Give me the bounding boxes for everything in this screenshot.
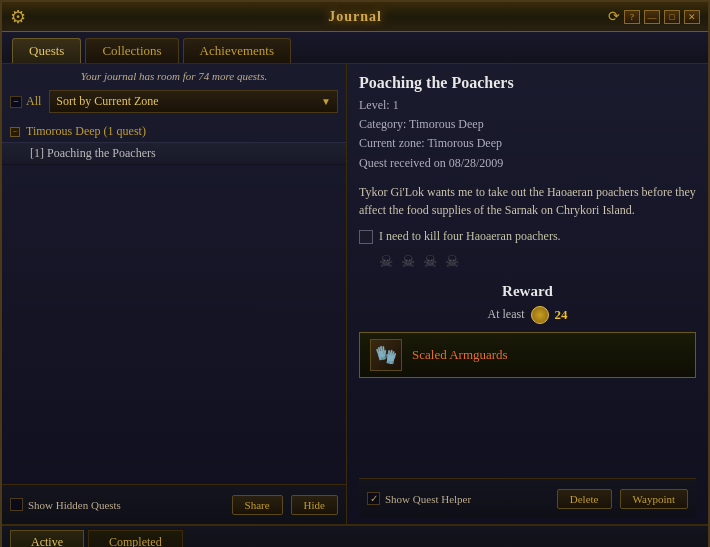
filter-all: − All (10, 94, 41, 109)
quest-received: Quest received on 08/28/2009 (359, 154, 696, 173)
reward-at-least: At least 24 (359, 306, 696, 324)
reward-section: Reward At least 24 🧤 Scaled Armguards (359, 283, 696, 378)
category-toggle-icon[interactable]: − (10, 127, 20, 137)
title-bar: ⚙ Journal ⟳ ? — □ ✕ (2, 2, 708, 32)
quest-title: Poaching the Poachers (359, 74, 696, 92)
skull-icon-4: ☠ (445, 252, 459, 271)
tab-bar: Quests Collections Achievements (2, 32, 708, 64)
dropdown-arrow-icon: ▼ (321, 96, 331, 107)
show-hidden-checkbox[interactable] (10, 498, 23, 511)
show-hidden-label: Show Hidden Quests (10, 498, 121, 511)
coin-amount: 24 (555, 307, 568, 323)
category-label: Timorous Deep (1 quest) (26, 124, 146, 139)
spacer (359, 378, 696, 478)
show-helper-text: Show Quest Helper (385, 493, 471, 505)
all-checkbox[interactable]: − (10, 96, 22, 108)
show-hidden-text: Show Hidden Quests (28, 499, 121, 511)
filter-row: − All Sort by Current Zone ▼ (2, 86, 346, 117)
quest-zone: Current zone: Timorous Deep (359, 134, 696, 153)
sort-dropdown[interactable]: Sort by Current Zone ▼ (49, 90, 338, 113)
bottom-tab-bar: Active Completed (2, 524, 708, 547)
delete-button[interactable]: Delete (557, 489, 612, 509)
skull-icon-2: ☠ (401, 252, 415, 271)
left-ornament: ⚙ (10, 6, 26, 28)
reward-item-icon: 🧤 (370, 339, 402, 371)
waypoint-button[interactable]: Waypoint (620, 489, 689, 509)
main-content: Your journal has room for 74 more quests… (2, 64, 708, 524)
quest-category-timorous-deep: − Timorous Deep (1 quest) (2, 121, 346, 142)
show-quest-helper-label: ✓ Show Quest Helper (367, 492, 471, 505)
minimize-button[interactable]: — (644, 10, 660, 24)
title-swirl: ⟳ (608, 8, 620, 25)
skull-row: ☠ ☠ ☠ ☠ (359, 252, 696, 271)
quest-helper-checkbox[interactable]: ✓ (367, 492, 380, 505)
quest-list: − Timorous Deep (1 quest) [1] Poaching t… (2, 117, 346, 484)
close-button[interactable]: ✕ (684, 10, 700, 24)
title-bar-controls: ⟳ ? — □ ✕ (608, 8, 700, 25)
reward-title: Reward (359, 283, 696, 300)
left-panel: Your journal has room for 74 more quests… (2, 64, 347, 524)
reward-item-name: Scaled Armguards (412, 347, 508, 363)
right-bottom-bar: ✓ Show Quest Helper Delete Waypoint (359, 478, 696, 518)
bottom-tab-completed[interactable]: Completed (88, 530, 183, 548)
quest-level: Level: 1 (359, 96, 696, 115)
coin-icon (531, 306, 549, 324)
filter-all-label: All (26, 94, 41, 109)
maximize-button[interactable]: □ (664, 10, 680, 24)
objective-checkbox (359, 230, 373, 244)
skull-icon-1: ☠ (379, 252, 393, 271)
at-least-label: At least (488, 307, 525, 322)
tab-collections[interactable]: Collections (85, 38, 178, 63)
bottom-tab-active[interactable]: Active (10, 530, 84, 548)
left-bottom-bar: Show Hidden Quests Share Hide (2, 484, 346, 524)
journal-info: Your journal has room for 74 more quests… (2, 64, 346, 86)
tab-achievements[interactable]: Achievements (183, 38, 291, 63)
sort-label: Sort by Current Zone (56, 94, 158, 109)
window-title: Journal (328, 9, 382, 25)
skull-icon-3: ☠ (423, 252, 437, 271)
reward-item[interactable]: 🧤 Scaled Armguards (359, 332, 696, 378)
quest-item-poaching[interactable]: [1] Poaching the Poachers (2, 142, 346, 165)
journal-window: ⚙ Journal ⟳ ? — □ ✕ Quests Collections A… (0, 0, 710, 547)
quest-category: Category: Timorous Deep (359, 115, 696, 134)
check-icon: ✓ (370, 493, 378, 504)
quest-description: Tykor Gi'Lok wants me to take out the Ha… (359, 183, 696, 219)
help-button[interactable]: ? (624, 10, 640, 24)
right-panel: Poaching the Poachers Level: 1 Category:… (347, 64, 708, 524)
hide-button[interactable]: Hide (291, 495, 338, 515)
tab-quests[interactable]: Quests (12, 38, 81, 63)
minus-icon: − (13, 96, 19, 107)
share-button[interactable]: Share (232, 495, 283, 515)
objective-text: I need to kill four Haoaeran poachers. (379, 229, 561, 244)
quest-objective: I need to kill four Haoaeran poachers. (359, 229, 696, 244)
